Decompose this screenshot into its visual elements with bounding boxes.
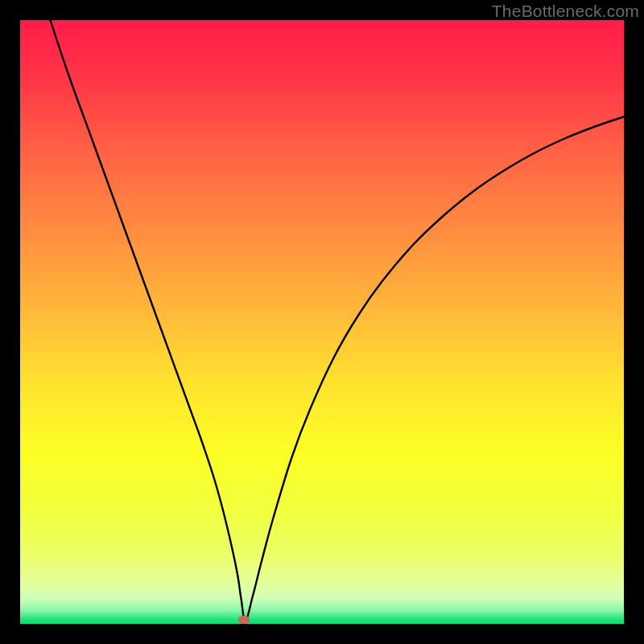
- plot-area: [20, 20, 624, 624]
- chart-frame: TheBottleneck.com: [0, 0, 644, 644]
- watermark-text: TheBottleneck.com: [492, 2, 639, 21]
- optimal-point-marker: [238, 616, 250, 624]
- bottleneck-curve: [20, 20, 624, 624]
